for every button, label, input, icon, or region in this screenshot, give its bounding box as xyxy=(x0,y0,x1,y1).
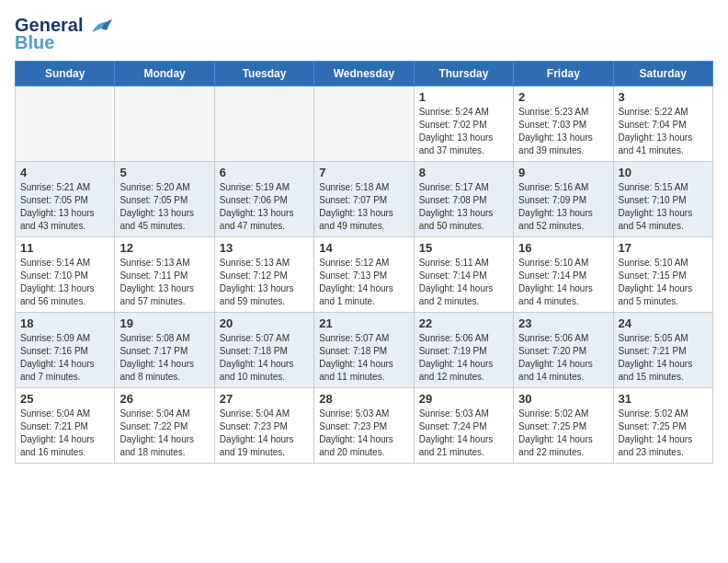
header-row: SundayMondayTuesdayWednesdayThursdayFrid… xyxy=(16,62,713,86)
date-number: 12 xyxy=(119,241,209,255)
cell-info: Sunrise: 5:07 AM Sunset: 7:18 PM Dayligh… xyxy=(319,332,408,384)
date-number: 4 xyxy=(20,166,109,179)
calendar-cell: 11Sunrise: 5:14 AM Sunset: 7:10 PM Dayli… xyxy=(16,237,115,313)
calendar-cell: 14Sunrise: 5:12 AM Sunset: 7:13 PM Dayli… xyxy=(314,237,414,313)
cell-info: Sunrise: 5:21 AM Sunset: 7:05 PM Dayligh… xyxy=(20,181,109,233)
page-header: General Blue xyxy=(15,15,713,53)
cell-info: Sunrise: 5:04 AM Sunset: 7:23 PM Dayligh… xyxy=(220,408,309,459)
cell-info: Sunrise: 5:15 AM Sunset: 7:10 PM Dayligh… xyxy=(619,181,708,233)
calendar-cell: 6Sunrise: 5:19 AM Sunset: 7:06 PM Daylig… xyxy=(214,162,313,237)
calendar-cell: 4Sunrise: 5:21 AM Sunset: 7:05 PM Daylig… xyxy=(16,162,115,237)
cell-info: Sunrise: 5:04 AM Sunset: 7:22 PM Dayligh… xyxy=(119,408,209,459)
calendar-cell: 26Sunrise: 5:04 AM Sunset: 7:22 PM Dayli… xyxy=(115,388,214,464)
date-number: 15 xyxy=(419,241,508,255)
cell-info: Sunrise: 5:14 AM Sunset: 7:10 PM Dayligh… xyxy=(20,257,109,308)
cell-info: Sunrise: 5:12 AM Sunset: 7:13 PM Dayligh… xyxy=(319,257,408,308)
cell-info: Sunrise: 5:03 AM Sunset: 7:24 PM Dayligh… xyxy=(419,408,508,459)
date-number: 25 xyxy=(20,392,109,406)
calendar-cell: 20Sunrise: 5:07 AM Sunset: 7:18 PM Dayli… xyxy=(214,313,313,388)
date-number: 26 xyxy=(119,392,209,406)
date-number: 29 xyxy=(419,392,508,406)
calendar-cell: 22Sunrise: 5:06 AM Sunset: 7:19 PM Dayli… xyxy=(414,313,513,388)
cell-info: Sunrise: 5:11 AM Sunset: 7:14 PM Dayligh… xyxy=(419,257,508,308)
calendar-cell: 12Sunrise: 5:13 AM Sunset: 7:11 PM Dayli… xyxy=(115,237,214,313)
date-number: 28 xyxy=(319,392,408,406)
cell-info: Sunrise: 5:04 AM Sunset: 7:21 PM Dayligh… xyxy=(20,408,109,459)
date-number: 9 xyxy=(518,166,608,179)
cell-info: Sunrise: 5:24 AM Sunset: 7:02 PM Dayligh… xyxy=(419,106,508,157)
calendar-cell: 30Sunrise: 5:02 AM Sunset: 7:25 PM Dayli… xyxy=(514,388,613,464)
week-row-4: 18Sunrise: 5:09 AM Sunset: 7:16 PM Dayli… xyxy=(16,313,713,388)
calendar-cell: 24Sunrise: 5:05 AM Sunset: 7:21 PM Dayli… xyxy=(613,313,712,388)
calendar-cell: 19Sunrise: 5:08 AM Sunset: 7:17 PM Dayli… xyxy=(115,313,214,388)
calendar-cell: 23Sunrise: 5:06 AM Sunset: 7:20 PM Dayli… xyxy=(514,313,613,388)
cell-info: Sunrise: 5:20 AM Sunset: 7:05 PM Dayligh… xyxy=(119,181,209,233)
calendar-cell: 18Sunrise: 5:09 AM Sunset: 7:16 PM Dayli… xyxy=(16,313,115,388)
cell-info: Sunrise: 5:22 AM Sunset: 7:04 PM Dayligh… xyxy=(619,106,708,157)
date-number: 6 xyxy=(220,166,309,179)
date-number: 22 xyxy=(419,316,508,330)
date-number: 2 xyxy=(518,90,608,104)
day-header-sunday: Sunday xyxy=(16,62,115,86)
calendar-cell: 16Sunrise: 5:10 AM Sunset: 7:14 PM Dayli… xyxy=(514,237,613,313)
cell-info: Sunrise: 5:07 AM Sunset: 7:18 PM Dayligh… xyxy=(220,332,309,384)
calendar-cell: 2Sunrise: 5:23 AM Sunset: 7:03 PM Daylig… xyxy=(514,86,613,162)
date-number: 23 xyxy=(518,316,608,330)
date-number: 24 xyxy=(619,316,708,330)
calendar-cell: 25Sunrise: 5:04 AM Sunset: 7:21 PM Dayli… xyxy=(16,388,115,464)
date-number: 19 xyxy=(119,316,209,330)
day-header-monday: Monday xyxy=(115,62,214,86)
cell-info: Sunrise: 5:10 AM Sunset: 7:15 PM Dayligh… xyxy=(619,257,708,308)
date-number: 13 xyxy=(220,241,309,255)
date-number: 10 xyxy=(619,166,708,179)
cell-info: Sunrise: 5:19 AM Sunset: 7:06 PM Dayligh… xyxy=(220,181,309,233)
date-number: 16 xyxy=(518,241,608,255)
date-number: 30 xyxy=(518,392,608,406)
cell-info: Sunrise: 5:06 AM Sunset: 7:19 PM Dayligh… xyxy=(419,332,508,384)
week-row-3: 11Sunrise: 5:14 AM Sunset: 7:10 PM Dayli… xyxy=(16,237,713,313)
logo-bird-icon xyxy=(85,16,114,36)
calendar-cell: 10Sunrise: 5:15 AM Sunset: 7:10 PM Dayli… xyxy=(613,162,712,237)
date-number: 31 xyxy=(619,392,708,406)
day-header-wednesday: Wednesday xyxy=(314,62,414,86)
calendar-cell: 29Sunrise: 5:03 AM Sunset: 7:24 PM Dayli… xyxy=(414,388,513,464)
logo: General Blue xyxy=(15,15,114,53)
cell-info: Sunrise: 5:03 AM Sunset: 7:23 PM Dayligh… xyxy=(319,408,408,459)
cell-info: Sunrise: 5:05 AM Sunset: 7:21 PM Dayligh… xyxy=(619,332,708,384)
calendar-cell: 27Sunrise: 5:04 AM Sunset: 7:23 PM Dayli… xyxy=(214,388,313,464)
cell-info: Sunrise: 5:02 AM Sunset: 7:25 PM Dayligh… xyxy=(518,408,608,459)
calendar-cell: 8Sunrise: 5:17 AM Sunset: 7:08 PM Daylig… xyxy=(414,162,513,237)
calendar-cell: 28Sunrise: 5:03 AM Sunset: 7:23 PM Dayli… xyxy=(314,388,414,464)
date-number: 5 xyxy=(119,166,209,179)
calendar-cell xyxy=(16,86,115,162)
cell-info: Sunrise: 5:18 AM Sunset: 7:07 PM Dayligh… xyxy=(319,181,408,233)
date-number: 27 xyxy=(220,392,309,406)
week-row-1: 1Sunrise: 5:24 AM Sunset: 7:02 PM Daylig… xyxy=(16,86,713,162)
date-number: 20 xyxy=(220,316,309,330)
calendar-cell: 9Sunrise: 5:16 AM Sunset: 7:09 PM Daylig… xyxy=(514,162,613,237)
cell-info: Sunrise: 5:16 AM Sunset: 7:09 PM Dayligh… xyxy=(518,181,608,233)
logo-blue: Blue xyxy=(15,32,54,53)
day-header-friday: Friday xyxy=(514,62,613,86)
week-row-2: 4Sunrise: 5:21 AM Sunset: 7:05 PM Daylig… xyxy=(16,162,713,237)
cell-info: Sunrise: 5:06 AM Sunset: 7:20 PM Dayligh… xyxy=(518,332,608,384)
calendar-cell xyxy=(314,86,414,162)
calendar-cell: 7Sunrise: 5:18 AM Sunset: 7:07 PM Daylig… xyxy=(314,162,414,237)
calendar-cell: 21Sunrise: 5:07 AM Sunset: 7:18 PM Dayli… xyxy=(314,313,414,388)
cell-info: Sunrise: 5:17 AM Sunset: 7:08 PM Dayligh… xyxy=(419,181,508,233)
date-number: 21 xyxy=(319,316,408,330)
date-number: 8 xyxy=(419,166,508,179)
date-number: 7 xyxy=(319,166,408,179)
calendar-cell: 1Sunrise: 5:24 AM Sunset: 7:02 PM Daylig… xyxy=(414,86,513,162)
calendar-cell xyxy=(214,86,313,162)
calendar-table: SundayMondayTuesdayWednesdayThursdayFrid… xyxy=(15,61,713,464)
calendar-cell: 13Sunrise: 5:13 AM Sunset: 7:12 PM Dayli… xyxy=(214,237,313,313)
calendar-cell: 17Sunrise: 5:10 AM Sunset: 7:15 PM Dayli… xyxy=(613,237,712,313)
date-number: 11 xyxy=(20,241,109,255)
cell-info: Sunrise: 5:09 AM Sunset: 7:16 PM Dayligh… xyxy=(20,332,109,384)
cell-info: Sunrise: 5:08 AM Sunset: 7:17 PM Dayligh… xyxy=(119,332,209,384)
calendar-cell xyxy=(115,86,214,162)
date-number: 3 xyxy=(619,90,708,104)
cell-info: Sunrise: 5:13 AM Sunset: 7:12 PM Dayligh… xyxy=(220,257,309,308)
calendar-cell: 5Sunrise: 5:20 AM Sunset: 7:05 PM Daylig… xyxy=(115,162,214,237)
